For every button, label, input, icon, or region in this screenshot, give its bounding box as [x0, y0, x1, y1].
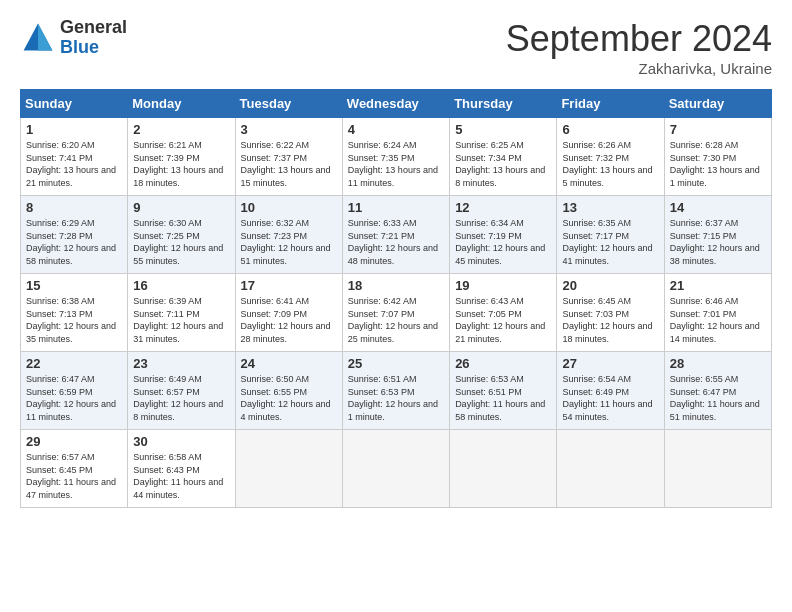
calendar-cell: 13Sunrise: 6:35 AMSunset: 7:17 PMDayligh…	[557, 196, 664, 274]
day-info: Sunrise: 6:41 AMSunset: 7:09 PMDaylight:…	[241, 295, 337, 345]
calendar-cell: 27Sunrise: 6:54 AMSunset: 6:49 PMDayligh…	[557, 352, 664, 430]
calendar-cell: 9Sunrise: 6:30 AMSunset: 7:25 PMDaylight…	[128, 196, 235, 274]
calendar-week-row: 1Sunrise: 6:20 AMSunset: 7:41 PMDaylight…	[21, 118, 772, 196]
day-info: Sunrise: 6:22 AMSunset: 7:37 PMDaylight:…	[241, 139, 337, 189]
day-info: Sunrise: 6:58 AMSunset: 6:43 PMDaylight:…	[133, 451, 229, 501]
calendar-cell: 24Sunrise: 6:50 AMSunset: 6:55 PMDayligh…	[235, 352, 342, 430]
day-info: Sunrise: 6:28 AMSunset: 7:30 PMDaylight:…	[670, 139, 766, 189]
calendar-cell: 14Sunrise: 6:37 AMSunset: 7:15 PMDayligh…	[664, 196, 771, 274]
logo-general-text: General	[60, 18, 127, 38]
calendar-week-row: 8Sunrise: 6:29 AMSunset: 7:28 PMDaylight…	[21, 196, 772, 274]
calendar-cell: 30Sunrise: 6:58 AMSunset: 6:43 PMDayligh…	[128, 430, 235, 508]
svg-marker-1	[38, 23, 52, 50]
calendar-week-row: 29Sunrise: 6:57 AMSunset: 6:45 PMDayligh…	[21, 430, 772, 508]
day-number: 12	[455, 200, 551, 215]
location: Zakharivka, Ukraine	[506, 60, 772, 77]
day-number: 22	[26, 356, 122, 371]
day-info: Sunrise: 6:20 AMSunset: 7:41 PMDaylight:…	[26, 139, 122, 189]
logo-blue-text: Blue	[60, 38, 127, 58]
day-info: Sunrise: 6:25 AMSunset: 7:34 PMDaylight:…	[455, 139, 551, 189]
day-info: Sunrise: 6:49 AMSunset: 6:57 PMDaylight:…	[133, 373, 229, 423]
day-info: Sunrise: 6:51 AMSunset: 6:53 PMDaylight:…	[348, 373, 444, 423]
month-title: September 2024	[506, 18, 772, 60]
day-number: 4	[348, 122, 444, 137]
day-number: 2	[133, 122, 229, 137]
calendar-cell: 5Sunrise: 6:25 AMSunset: 7:34 PMDaylight…	[450, 118, 557, 196]
day-info: Sunrise: 6:39 AMSunset: 7:11 PMDaylight:…	[133, 295, 229, 345]
calendar-cell: 25Sunrise: 6:51 AMSunset: 6:53 PMDayligh…	[342, 352, 449, 430]
logo: General Blue	[20, 18, 127, 58]
calendar-cell	[557, 430, 664, 508]
day-info: Sunrise: 6:35 AMSunset: 7:17 PMDaylight:…	[562, 217, 658, 267]
day-number: 19	[455, 278, 551, 293]
calendar-cell: 3Sunrise: 6:22 AMSunset: 7:37 PMDaylight…	[235, 118, 342, 196]
calendar-cell: 4Sunrise: 6:24 AMSunset: 7:35 PMDaylight…	[342, 118, 449, 196]
calendar-cell: 29Sunrise: 6:57 AMSunset: 6:45 PMDayligh…	[21, 430, 128, 508]
calendar-cell: 16Sunrise: 6:39 AMSunset: 7:11 PMDayligh…	[128, 274, 235, 352]
day-number: 7	[670, 122, 766, 137]
calendar-cell: 10Sunrise: 6:32 AMSunset: 7:23 PMDayligh…	[235, 196, 342, 274]
day-number: 16	[133, 278, 229, 293]
day-number: 27	[562, 356, 658, 371]
day-info: Sunrise: 6:26 AMSunset: 7:32 PMDaylight:…	[562, 139, 658, 189]
day-number: 30	[133, 434, 229, 449]
day-number: 24	[241, 356, 337, 371]
weekday-header-monday: Monday	[128, 90, 235, 118]
calendar-cell	[450, 430, 557, 508]
day-info: Sunrise: 6:57 AMSunset: 6:45 PMDaylight:…	[26, 451, 122, 501]
day-info: Sunrise: 6:32 AMSunset: 7:23 PMDaylight:…	[241, 217, 337, 267]
day-number: 6	[562, 122, 658, 137]
calendar-cell	[664, 430, 771, 508]
day-info: Sunrise: 6:46 AMSunset: 7:01 PMDaylight:…	[670, 295, 766, 345]
day-info: Sunrise: 6:53 AMSunset: 6:51 PMDaylight:…	[455, 373, 551, 423]
calendar-cell: 19Sunrise: 6:43 AMSunset: 7:05 PMDayligh…	[450, 274, 557, 352]
day-info: Sunrise: 6:42 AMSunset: 7:07 PMDaylight:…	[348, 295, 444, 345]
day-info: Sunrise: 6:55 AMSunset: 6:47 PMDaylight:…	[670, 373, 766, 423]
day-number: 13	[562, 200, 658, 215]
weekday-header-friday: Friday	[557, 90, 664, 118]
day-info: Sunrise: 6:50 AMSunset: 6:55 PMDaylight:…	[241, 373, 337, 423]
day-number: 29	[26, 434, 122, 449]
logo-text: General Blue	[60, 18, 127, 58]
day-info: Sunrise: 6:30 AMSunset: 7:25 PMDaylight:…	[133, 217, 229, 267]
day-info: Sunrise: 6:54 AMSunset: 6:49 PMDaylight:…	[562, 373, 658, 423]
calendar-cell	[342, 430, 449, 508]
day-number: 11	[348, 200, 444, 215]
calendar-cell: 8Sunrise: 6:29 AMSunset: 7:28 PMDaylight…	[21, 196, 128, 274]
calendar-cell: 21Sunrise: 6:46 AMSunset: 7:01 PMDayligh…	[664, 274, 771, 352]
weekday-header-saturday: Saturday	[664, 90, 771, 118]
day-number: 18	[348, 278, 444, 293]
weekday-header-wednesday: Wednesday	[342, 90, 449, 118]
day-number: 1	[26, 122, 122, 137]
day-number: 8	[26, 200, 122, 215]
day-info: Sunrise: 6:29 AMSunset: 7:28 PMDaylight:…	[26, 217, 122, 267]
day-info: Sunrise: 6:47 AMSunset: 6:59 PMDaylight:…	[26, 373, 122, 423]
calendar-cell: 2Sunrise: 6:21 AMSunset: 7:39 PMDaylight…	[128, 118, 235, 196]
calendar-cell: 23Sunrise: 6:49 AMSunset: 6:57 PMDayligh…	[128, 352, 235, 430]
calendar-cell: 15Sunrise: 6:38 AMSunset: 7:13 PMDayligh…	[21, 274, 128, 352]
day-number: 14	[670, 200, 766, 215]
weekday-header-thursday: Thursday	[450, 90, 557, 118]
day-number: 23	[133, 356, 229, 371]
day-number: 21	[670, 278, 766, 293]
calendar-cell: 26Sunrise: 6:53 AMSunset: 6:51 PMDayligh…	[450, 352, 557, 430]
day-number: 20	[562, 278, 658, 293]
calendar-cell: 28Sunrise: 6:55 AMSunset: 6:47 PMDayligh…	[664, 352, 771, 430]
day-info: Sunrise: 6:33 AMSunset: 7:21 PMDaylight:…	[348, 217, 444, 267]
day-number: 15	[26, 278, 122, 293]
calendar-page: General Blue September 2024 Zakharivka, …	[0, 0, 792, 518]
day-info: Sunrise: 6:38 AMSunset: 7:13 PMDaylight:…	[26, 295, 122, 345]
day-number: 5	[455, 122, 551, 137]
day-number: 3	[241, 122, 337, 137]
calendar-cell: 18Sunrise: 6:42 AMSunset: 7:07 PMDayligh…	[342, 274, 449, 352]
day-number: 26	[455, 356, 551, 371]
calendar-cell: 12Sunrise: 6:34 AMSunset: 7:19 PMDayligh…	[450, 196, 557, 274]
calendar-cell: 11Sunrise: 6:33 AMSunset: 7:21 PMDayligh…	[342, 196, 449, 274]
day-number: 9	[133, 200, 229, 215]
day-info: Sunrise: 6:45 AMSunset: 7:03 PMDaylight:…	[562, 295, 658, 345]
day-number: 25	[348, 356, 444, 371]
logo-icon	[20, 20, 56, 56]
weekday-header-tuesday: Tuesday	[235, 90, 342, 118]
calendar-week-row: 15Sunrise: 6:38 AMSunset: 7:13 PMDayligh…	[21, 274, 772, 352]
calendar-cell: 20Sunrise: 6:45 AMSunset: 7:03 PMDayligh…	[557, 274, 664, 352]
